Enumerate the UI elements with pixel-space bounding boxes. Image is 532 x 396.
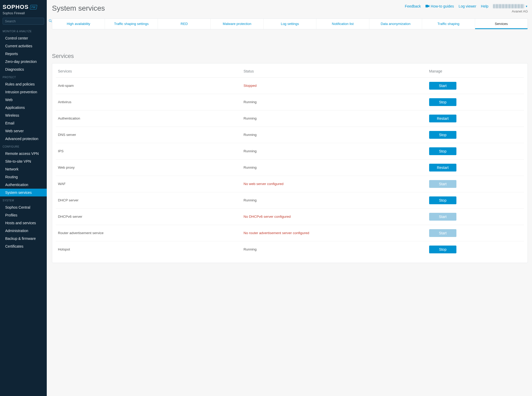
service-row: DNS serverRunningStop <box>56 127 524 143</box>
nav-item-control-center[interactable]: Control center <box>0 34 47 42</box>
service-status: Running <box>243 166 429 169</box>
user-name-redacted <box>493 4 524 8</box>
service-status: No DHCPv6 server configured <box>243 215 429 219</box>
nav-item-administration[interactable]: Administration <box>0 227 47 235</box>
brand-badge: FW <box>30 5 37 9</box>
nav-item-advanced-protection[interactable]: Advanced protection <box>0 135 47 143</box>
nav-item-web-server[interactable]: Web server <box>0 127 47 135</box>
service-name: DNS server <box>58 133 243 137</box>
nav-item-certificates[interactable]: Certificates <box>0 242 47 250</box>
service-name: Web proxy <box>58 166 243 169</box>
nav-section-label: MONITOR & ANALYZE <box>0 27 47 34</box>
nav-section-label: PROTECT <box>0 73 47 80</box>
tab-malware-protection[interactable]: Malware protection <box>211 19 263 29</box>
service-stop-button[interactable]: Stop <box>429 246 456 253</box>
tab-high-availability[interactable]: High availability <box>52 19 105 29</box>
service-status: No router advertisement server configure… <box>243 231 429 235</box>
service-row: Router advertisement serviceNo router ad… <box>56 225 524 241</box>
service-name: Router advertisement service <box>58 231 243 235</box>
nav-item-rules-and-policies[interactable]: Rules and policies <box>0 80 47 88</box>
service-status: Running <box>243 133 429 137</box>
top-links: Feedback How-to guides Log viewer Help ▼… <box>405 4 528 13</box>
nav-item-routing[interactable]: Routing <box>0 173 47 181</box>
search-input[interactable] <box>5 19 49 23</box>
service-status: Running <box>243 116 429 120</box>
service-restart-button[interactable]: Restart <box>429 164 456 171</box>
nav-item-current-activities[interactable]: Current activities <box>0 42 47 50</box>
nav-item-site-to-site-vpn[interactable]: Site-to-site VPN <box>0 157 47 165</box>
link-howto-label: How-to guides <box>431 4 454 8</box>
tab-notification-list[interactable]: Notification list <box>316 19 369 29</box>
link-feedback[interactable]: Feedback <box>405 4 421 8</box>
tab-log-settings[interactable]: Log settings <box>264 19 316 29</box>
nav-item-web[interactable]: Web <box>0 96 47 104</box>
nav-item-backup-firmware[interactable]: Backup & firmware <box>0 235 47 242</box>
service-manage: Start <box>429 229 522 237</box>
service-name: IPS <box>58 149 243 153</box>
service-status: No web server configured <box>243 182 429 186</box>
nav-item-reports[interactable]: Reports <box>0 50 47 58</box>
nav-item-authentication[interactable]: Authentication <box>0 181 47 189</box>
nav-item-sophos-central[interactable]: Sophos Central <box>0 203 47 211</box>
service-name: Authentication <box>58 116 243 120</box>
service-manage: Stop <box>429 131 522 139</box>
nav-item-intrusion-prevention[interactable]: Intrusion prevention <box>0 88 47 96</box>
services-panel: Services Status Manage Anti-spamStoppedS… <box>52 63 528 263</box>
nav-section-label: SYSTEM <box>0 196 47 203</box>
service-name: Anti-spam <box>58 84 243 88</box>
service-manage: Restart <box>429 115 522 122</box>
nav-item-profiles[interactable]: Profiles <box>0 211 47 219</box>
services-heading: Services <box>52 53 528 60</box>
service-status: Running <box>243 100 429 104</box>
link-help[interactable]: Help <box>481 4 488 8</box>
link-howto[interactable]: How-to guides <box>425 4 454 8</box>
nav-item-system-services[interactable]: System services <box>0 189 47 196</box>
service-name: DHCP server <box>58 198 243 202</box>
tab-traffic-shaping-settings[interactable]: Traffic shaping settings <box>105 19 158 29</box>
tab-traffic-shaping[interactable]: Traffic shaping <box>422 19 475 29</box>
tabs: High availabilityTraffic shaping setting… <box>52 18 528 29</box>
nav-item-network[interactable]: Network <box>0 165 47 173</box>
service-status: Running <box>243 149 429 153</box>
col-header-manage: Manage <box>429 69 522 73</box>
nav-item-applications[interactable]: Applications <box>0 104 47 111</box>
nav-item-zero-day-protection[interactable]: Zero-day protection <box>0 58 47 65</box>
nav-item-remote-access-vpn[interactable]: Remote access VPN <box>0 150 47 157</box>
main: System services Feedback How-to guides L… <box>47 0 532 396</box>
service-stop-button[interactable]: Stop <box>429 131 456 139</box>
tab-services[interactable]: Services <box>475 19 528 29</box>
org-label: Avanet AG <box>512 9 528 13</box>
service-start-button: Start <box>429 229 456 237</box>
service-start-button[interactable]: Start <box>429 82 456 90</box>
search-box[interactable] <box>3 18 44 25</box>
service-start-button: Start <box>429 180 456 188</box>
service-start-button: Start <box>429 213 456 221</box>
service-stop-button[interactable]: Stop <box>429 196 456 204</box>
nav-item-hosts-and-services[interactable]: Hosts and services <box>0 219 47 227</box>
service-stop-button[interactable]: Stop <box>429 147 456 155</box>
service-name: DHCPv6 server <box>58 215 243 219</box>
service-row: HotspotRunningStop <box>56 241 524 258</box>
service-manage: Start <box>429 82 522 90</box>
service-manage: Start <box>429 180 522 188</box>
user-menu[interactable]: ▼ <box>493 4 528 8</box>
brand: SOPHOS FW <box>0 0 47 11</box>
tab-red[interactable]: RED <box>158 19 211 29</box>
service-manage: Stop <box>429 98 522 106</box>
nav-item-wireless[interactable]: Wireless <box>0 111 47 119</box>
service-manage: Start <box>429 213 522 221</box>
service-restart-button[interactable]: Restart <box>429 115 456 122</box>
service-stop-button[interactable]: Stop <box>429 98 456 106</box>
nav-item-email[interactable]: Email <box>0 119 47 127</box>
tab-data-anonymization[interactable]: Data anonymization <box>369 19 422 29</box>
page-title: System services <box>52 4 105 12</box>
service-row: Anti-spamStoppedStart <box>56 78 524 94</box>
sidebar: SOPHOS FW Sophos Firewall MONITOR & ANAL… <box>0 0 47 396</box>
nav-section-label: CONFIGURE <box>0 143 47 150</box>
link-logviewer[interactable]: Log viewer <box>459 4 476 8</box>
col-header-services: Services <box>58 69 243 73</box>
service-row: DHCP serverRunningStop <box>56 192 524 209</box>
topbar: System services Feedback How-to guides L… <box>52 3 528 18</box>
nav-item-diagnostics[interactable]: Diagnostics <box>0 65 47 73</box>
service-name: Antivirus <box>58 100 243 104</box>
